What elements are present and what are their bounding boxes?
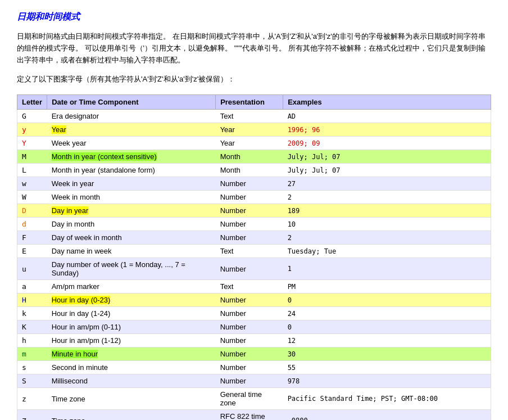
- presentation-cell: Number: [216, 218, 283, 231]
- component-cell: Day name in week: [47, 245, 216, 258]
- examples-cell: 978: [283, 374, 491, 388]
- table-row: HHour in day (0-23)Number0: [17, 293, 491, 307]
- examples-cell: 2009; 09: [283, 137, 491, 150]
- presentation-cell: RFC 822 time zone: [216, 410, 283, 420]
- table-row: kHour in day (1-24)Number24: [17, 307, 491, 320]
- table-header-presentation: Presentation: [216, 95, 283, 110]
- presentation-cell: Number: [216, 374, 283, 388]
- component-cell: Week in year: [47, 177, 216, 191]
- presentation-cell: Number: [216, 293, 283, 307]
- examples-cell: Tuesday; Tue: [283, 245, 491, 258]
- component-cell: Week year: [47, 137, 216, 150]
- examples-cell: 24: [283, 307, 491, 320]
- component-cell: Time zone: [47, 388, 216, 410]
- letter-cell: Y: [17, 137, 47, 150]
- table-row: uDay number of week (1 = Monday, ..., 7 …: [17, 258, 491, 280]
- component-cell: Hour in day (1-24): [47, 307, 216, 320]
- presentation-cell: Number: [216, 320, 283, 334]
- presentation-cell: Number: [216, 334, 283, 347]
- letter-cell: W: [17, 191, 47, 204]
- page-title: 日期和时间模式: [17, 11, 491, 23]
- letter-cell: m: [17, 347, 47, 361]
- letter-cell: z: [17, 388, 47, 410]
- letter-cell: F: [17, 231, 47, 245]
- presentation-cell: Year: [216, 123, 283, 137]
- letter-cell: H: [17, 293, 47, 307]
- note-paragraph: 定义了以下图案字母（所有其他字符从'A'到'Z'和从'a'到'z'被保留）：: [17, 74, 491, 85]
- component-cell: Day in month: [47, 218, 216, 231]
- table-row: YWeek yearYear2009; 09: [17, 137, 491, 150]
- component-cell: Month in year (context sensitive): [47, 150, 216, 164]
- presentation-cell: Month: [216, 164, 283, 177]
- letter-cell: k: [17, 307, 47, 320]
- table-row: aAm/pm markerTextPM: [17, 280, 491, 293]
- table-row: sSecond in minuteNumber55: [17, 361, 491, 374]
- table-header-letter: Letter: [17, 95, 47, 110]
- examples-cell: 189: [283, 204, 491, 218]
- table-row: KHour in am/pm (0-11)Number0: [17, 320, 491, 334]
- presentation-cell: Text: [216, 280, 283, 293]
- examples-cell: 2: [283, 191, 491, 204]
- component-cell: Hour in am/pm (0-11): [47, 320, 216, 334]
- examples-cell: 12: [283, 334, 491, 347]
- examples-cell: July; Jul; 07: [283, 150, 491, 164]
- table-row: wWeek in yearNumber27: [17, 177, 491, 191]
- component-cell: Day of week in month: [47, 231, 216, 245]
- component-cell: Time zone: [47, 410, 216, 420]
- intro-text: 日期和时间格式由日期和时间模式字符串指定。 在日期和时间模式字符串中，从'A'到…: [17, 31, 491, 66]
- letter-cell: K: [17, 320, 47, 334]
- letter-cell: s: [17, 361, 47, 374]
- table-row: hHour in am/pm (1-12)Number12: [17, 334, 491, 347]
- letter-cell: L: [17, 164, 47, 177]
- examples-cell: 10: [283, 218, 491, 231]
- table-row: EDay name in weekTextTuesday; Tue: [17, 245, 491, 258]
- presentation-cell: Text: [216, 110, 283, 123]
- table-header-date-or-time-component: Date or Time Component: [47, 95, 216, 110]
- table-row: ZTime zoneRFC 822 time zone-0800: [17, 410, 491, 420]
- examples-cell: 30: [283, 347, 491, 361]
- letter-cell: G: [17, 110, 47, 123]
- letter-cell: E: [17, 245, 47, 258]
- letter-cell: u: [17, 258, 47, 280]
- component-cell: Year: [47, 123, 216, 137]
- table-row: DDay in yearNumber189: [17, 204, 491, 218]
- letter-cell: S: [17, 374, 47, 388]
- examples-cell: AD: [283, 110, 491, 123]
- presentation-cell: Number: [216, 191, 283, 204]
- presentation-cell: Month: [216, 150, 283, 164]
- examples-cell: 2: [283, 231, 491, 245]
- examples-cell: 1996; 96: [283, 123, 491, 137]
- examples-cell: 27: [283, 177, 491, 191]
- examples-cell: -0800: [283, 410, 491, 420]
- presentation-cell: Number: [216, 231, 283, 245]
- presentation-cell: Text: [216, 245, 283, 258]
- note-text: 定义了以下图案字母（所有其他字符从'A'到'Z'和从'a'到'z'被保留）：: [17, 74, 491, 85]
- component-cell: Day in year: [47, 204, 216, 218]
- component-cell: Am/pm marker: [47, 280, 216, 293]
- table-header-row: LetterDate or Time ComponentPresentation…: [17, 95, 491, 110]
- examples-cell: July; Jul; 07: [283, 164, 491, 177]
- component-cell: Millisecond: [47, 374, 216, 388]
- component-cell: Hour in day (0-23): [47, 293, 216, 307]
- table-row: WWeek in monthNumber2: [17, 191, 491, 204]
- letter-cell: D: [17, 204, 47, 218]
- component-cell: Minute in hour: [47, 347, 216, 361]
- table-row: SMillisecondNumber978: [17, 374, 491, 388]
- examples-cell: 0: [283, 293, 491, 307]
- examples-cell: 1: [283, 258, 491, 280]
- presentation-cell: Number: [216, 361, 283, 374]
- letter-cell: a: [17, 280, 47, 293]
- presentation-cell: Number: [216, 307, 283, 320]
- presentation-cell: Number: [216, 204, 283, 218]
- letter-cell: h: [17, 334, 47, 347]
- letter-cell: y: [17, 123, 47, 137]
- presentation-cell: Year: [216, 137, 283, 150]
- date-time-table: LetterDate or Time ComponentPresentation…: [17, 94, 491, 420]
- component-cell: Second in minute: [47, 361, 216, 374]
- table-row: MMonth in year (context sensitive)MonthJ…: [17, 150, 491, 164]
- component-cell: Era designator: [47, 110, 216, 123]
- table-row: yYearYear1996; 96: [17, 123, 491, 137]
- letter-cell: M: [17, 150, 47, 164]
- presentation-cell: Number: [216, 258, 283, 280]
- table-row: mMinute in hourNumber30: [17, 347, 491, 361]
